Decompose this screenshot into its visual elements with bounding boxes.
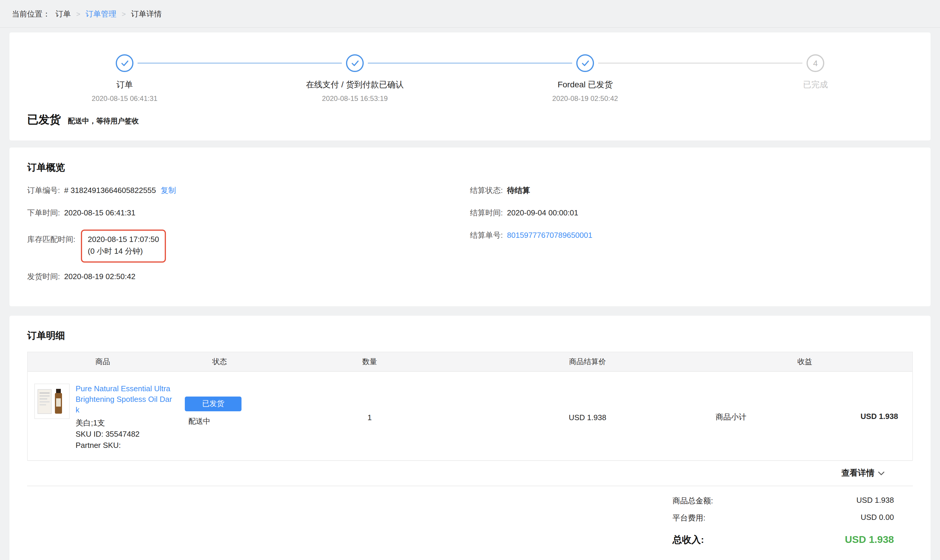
stock-match-row: 库存匹配时间: 2020-08-15 17:07:50 (0 小时 14 分钟) [27, 229, 470, 263]
order-detail-card: 订单明细 商品 状态 数量 商品结算价 收益 [9, 316, 931, 560]
breadcrumb-item-order-detail: 订单详情 [131, 9, 162, 20]
status-badge: 已发货 [185, 397, 242, 411]
step-connector [137, 63, 342, 64]
step-payment-confirmed: 在线支付 / 货到付款已确认 2020-08-15 16:53:19 [240, 54, 470, 103]
platform-fee-label: 平台费用: [672, 513, 705, 523]
stock-match-highlight-box: 2020-08-15 17:07:50 (0 小时 14 分钟) [80, 229, 166, 263]
order-time-label: 下单时间: [27, 207, 60, 219]
settle-status-value: 待结算 [507, 185, 530, 197]
product-spec: 美白;1支 [76, 417, 174, 428]
order-status-subtitle: 配送中，等待用户签收 [68, 116, 139, 126]
step-title: 在线支付 / 货到付款已确认 [306, 80, 404, 90]
quantity-cell: 1 [262, 413, 478, 422]
order-number-label: 订单编号: [27, 185, 60, 197]
column-header-quantity: 数量 [262, 357, 478, 367]
settle-status-row: 结算状态: 待结算 [470, 185, 913, 197]
view-detail-link[interactable]: 查看详情 [841, 468, 885, 478]
order-progress-card: 订单 2020-08-15 06:41:31 在线支付 / 货到付款已确认 20… [9, 32, 931, 140]
status-cell: 已发货 配送中 [178, 383, 262, 451]
settle-time-value: 2020-09-04 00:00:01 [507, 207, 578, 219]
table-row: Pure Natural Essential Ultra Brightening… [28, 372, 912, 461]
step-time: 2020-08-19 02:50:42 [552, 94, 618, 103]
step-title: 已完成 [803, 80, 828, 90]
platform-fee-value: USD 0.00 [861, 513, 894, 523]
settle-time-label: 结算时间: [470, 207, 503, 219]
product-name-link[interactable]: Pure Natural Essential Ultra Brightening… [76, 383, 174, 415]
column-header-status: 状态 [178, 357, 262, 367]
breadcrumb-item-order-management[interactable]: 订单管理 [86, 9, 116, 20]
settle-time-row: 结算时间: 2020-09-04 00:00:01 [470, 207, 913, 219]
total-income-value: USD 1.938 [845, 534, 894, 546]
product-image[interactable] [34, 383, 70, 419]
overview-right-column: 结算状态: 待结算 结算时间: 2020-09-04 00:00:01 结算单号… [470, 185, 913, 293]
order-status-title: 已发货 [27, 112, 61, 128]
order-time-row: 下单时间: 2020-08-15 06:41:31 [27, 207, 470, 219]
order-time-value: 2020-08-15 06:41:31 [64, 207, 135, 219]
profit-cell: 商品小计 USD 1.938 [697, 412, 912, 423]
step-connector [368, 63, 572, 64]
overview-columns: 订单编号: # 31824913664605822555 复制 下单时间: 20… [27, 185, 913, 293]
order-overview-card: 订单概览 订单编号: # 31824913664605822555 复制 下单时… [9, 148, 931, 306]
stock-match-duration: (0 小时 14 分钟) [88, 246, 159, 257]
chevron-down-icon [878, 471, 885, 475]
table-header: 商品 状态 数量 商品结算价 收益 [28, 352, 912, 372]
settle-status-label: 结算状态: [470, 185, 503, 197]
detail-section-title: 订单明细 [27, 330, 913, 342]
order-items-table: 商品 状态 数量 商品结算价 收益 [27, 352, 913, 461]
total-amount-row: 商品总金额: USD 1.938 [672, 496, 894, 506]
total-income-row: 总收入: USD 1.938 [672, 534, 894, 546]
step-order: 订单 2020-08-15 06:41:31 [9, 54, 240, 103]
stock-match-time: 2020-08-15 17:07:50 [88, 234, 159, 246]
subtotal-label: 商品小计 [716, 412, 746, 423]
total-income-label: 总收入: [672, 534, 704, 546]
settle-number-label: 结算单号: [470, 229, 503, 242]
product-cell: Pure Natural Essential Ultra Brightening… [28, 383, 178, 451]
product-sku-id: SKU ID: 35547482 [76, 428, 174, 440]
platform-fee-row: 平台费用: USD 0.00 [672, 513, 894, 523]
settle-number-link[interactable]: 80159777670789650001 [507, 229, 592, 242]
column-header-price: 商品结算价 [478, 357, 697, 367]
settle-price-cell: USD 1.938 [478, 413, 697, 422]
step-completed: 4 已完成 [700, 54, 931, 103]
step-number-icon: 4 [807, 54, 824, 72]
step-time: 2020-08-15 06:41:31 [92, 94, 158, 103]
step-check-icon [576, 54, 594, 72]
order-status-line: 已发货 配送中，等待用户签收 [9, 112, 931, 128]
order-summary: 商品总金额: USD 1.938 平台费用: USD 0.00 总收入: USD… [672, 496, 913, 546]
breadcrumb-item-orders: 订单 [55, 9, 71, 20]
order-progress-steps: 订单 2020-08-15 06:41:31 在线支付 / 货到付款已确认 20… [9, 54, 931, 103]
view-detail-label: 查看详情 [841, 468, 874, 478]
total-amount-label: 商品总金额: [672, 496, 713, 506]
step-title: Fordeal 已发货 [558, 80, 613, 90]
column-header-profit: 收益 [697, 357, 912, 367]
ship-time-value: 2020-08-19 02:50:42 [64, 271, 135, 283]
product-info: Pure Natural Essential Ultra Brightening… [76, 383, 174, 451]
breadcrumb-separator-icon: > [76, 10, 80, 18]
view-detail-row: 查看详情 [27, 461, 913, 486]
breadcrumb-prefix: 当前位置： [12, 9, 50, 20]
step-title: 订单 [116, 80, 133, 90]
overview-section-title: 订单概览 [27, 162, 913, 174]
page: 当前位置： 订单 > 订单管理 > 订单详情 订单 2020-08-15 06:… [0, 0, 940, 560]
stock-match-label: 库存匹配时间: [27, 229, 75, 246]
step-time: 2020-08-15 16:53:19 [322, 94, 388, 103]
step-shipped: Fordeal 已发货 2020-08-19 02:50:42 [470, 54, 700, 103]
breadcrumb: 当前位置： 订单 > 订单管理 > 订单详情 [0, 0, 940, 28]
copy-order-number-link[interactable]: 复制 [160, 185, 176, 197]
step-check-icon [116, 54, 133, 72]
ship-time-label: 发货时间: [27, 271, 60, 283]
subtotal-value: USD 1.938 [861, 412, 898, 423]
status-sub-text: 配送中 [185, 417, 262, 427]
overview-left-column: 订单编号: # 31824913664605822555 复制 下单时间: 20… [27, 185, 470, 293]
step-check-icon [346, 54, 364, 72]
step-connector [598, 63, 803, 64]
breadcrumb-separator-icon: > [122, 10, 126, 18]
total-amount-value: USD 1.938 [857, 496, 894, 506]
product-partner-sku: Partner SKU: [76, 440, 174, 451]
ship-time-row: 发货时间: 2020-08-19 02:50:42 [27, 271, 470, 283]
settle-number-row: 结算单号: 80159777670789650001 [470, 229, 913, 242]
column-header-product: 商品 [28, 357, 178, 367]
order-number-row: 订单编号: # 31824913664605822555 复制 [27, 185, 470, 197]
order-number-value: # 31824913664605822555 [64, 185, 156, 197]
